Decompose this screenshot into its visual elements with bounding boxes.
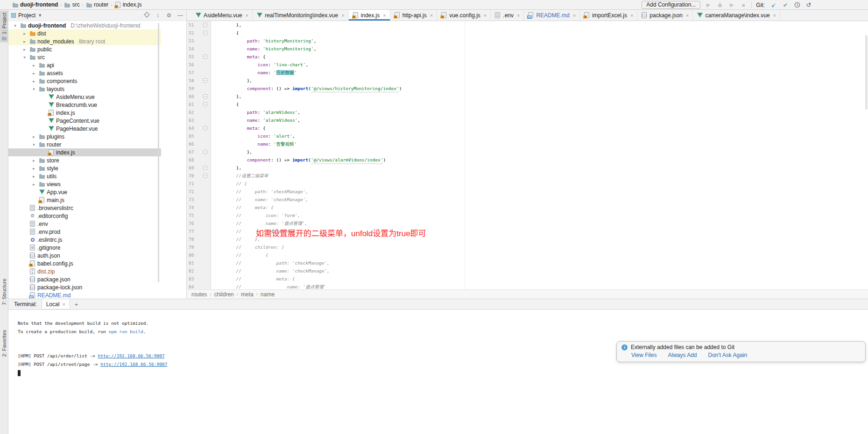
chevron-right-icon[interactable]: ▸ <box>21 39 28 44</box>
chevron-right-icon[interactable]: ▸ <box>21 47 28 52</box>
editor-tab-http-api.js[interactable]: JShttp-api.js× <box>390 10 437 21</box>
chevron-right-icon[interactable]: ▸ <box>21 31 28 36</box>
editor-tab-importexcel.js[interactable]: JSimportExcel.js× <box>580 10 637 21</box>
editor-breadcrumb-item[interactable]: routes <box>191 291 207 298</box>
tree-item-.gitignore[interactable]: ⊘.gitignore <box>8 244 161 252</box>
close-icon[interactable]: × <box>573 13 576 18</box>
editor-breadcrumb-item[interactable]: meta <box>241 291 254 298</box>
terminal-link[interactable]: http://192.168.66.56:9007 <box>100 362 167 367</box>
breadcrumb-item[interactable]: duoji-frontend <box>12 1 58 8</box>
chevron-right-icon[interactable]: ▸ <box>31 174 37 179</box>
tree-item-breadcrumb.vue[interactable]: Breadcrumb.vue <box>8 101 161 109</box>
stripe-tab-project[interactable]: 1: Project <box>0 11 8 42</box>
chevron-right-icon[interactable]: ▸ <box>31 182 37 187</box>
fold-end-icon[interactable] <box>203 23 207 27</box>
editor-tab-cameramanage-index.vue[interactable]: cameraManage\index.vue× <box>693 10 780 21</box>
settings-icon[interactable]: ⚙ <box>166 12 172 19</box>
history-icon[interactable] <box>793 1 801 9</box>
tree-item-.eslintrc.js[interactable]: .eslintrc.js <box>8 236 161 244</box>
notification-action-view-files[interactable]: View Files <box>631 352 656 358</box>
chevron-down-icon[interactable]: ▾ <box>21 55 28 60</box>
tree-item-views[interactable]: ▸views <box>8 180 161 188</box>
add-configuration-button[interactable]: Add Configuration... <box>642 1 700 9</box>
tree-item-package-lock.json[interactable]: {;}package-lock.json <box>8 283 161 291</box>
hide-panel-icon[interactable]: — <box>177 12 183 19</box>
editor-breadcrumb-item[interactable]: children <box>214 291 234 298</box>
tree-item-style[interactable]: ▸style <box>8 164 161 172</box>
chevron-right-icon[interactable]: ▸ <box>31 63 37 68</box>
close-icon[interactable]: × <box>246 13 248 18</box>
tree-item-main.js[interactable]: JSmain.js <box>8 196 161 204</box>
tree-item-layouts[interactable]: ▾layouts <box>8 85 161 93</box>
tree-item-dist[interactable]: ▸dist <box>8 29 161 37</box>
git-update-icon[interactable]: ↙ <box>770 1 777 9</box>
chevron-right-icon[interactable]: ▸ <box>31 71 37 76</box>
close-icon[interactable]: × <box>341 13 344 18</box>
tree-item-src[interactable]: ▾src <box>8 53 161 61</box>
editor-scrollbar[interactable] <box>865 35 868 110</box>
tree-item-asidemenu.vue[interactable]: AsideMenu.vue <box>8 93 161 101</box>
tree-item-.env.prod[interactable]: .env.prod <box>8 228 161 236</box>
code-editor[interactable]: 51 },52 {53 path: 'historyMonitoring',54… <box>187 21 868 289</box>
tree-item-pagecontent.vue[interactable]: PageContent.vue <box>8 117 161 125</box>
fold-end-icon[interactable] <box>203 78 207 83</box>
editor-breadcrumb-item[interactable]: name <box>261 291 275 298</box>
fold-start-icon[interactable] <box>203 126 207 130</box>
project-view-selector[interactable]: Project ▼ <box>11 12 42 19</box>
close-icon[interactable]: × <box>484 13 487 18</box>
chevron-right-icon[interactable]: ▸ <box>31 134 37 139</box>
close-icon[interactable]: × <box>686 13 689 18</box>
tree-item-index.js[interactable]: JSindex.js <box>8 109 161 117</box>
terminal-link[interactable]: http://192.168.66.56:9007 <box>98 353 165 358</box>
tree-item-assets[interactable]: ▸assets <box>8 69 161 77</box>
tree-item-.env[interactable]: .env <box>8 220 161 228</box>
stripe-tab-favorites[interactable]: 2: Favorites <box>0 328 8 358</box>
tree-item-duoji-frontend[interactable]: ▾duoji-frontendD:\zheheWeb\duoji-fronten… <box>8 21 161 29</box>
close-icon[interactable]: × <box>62 301 65 307</box>
notification-action-always-add[interactable]: Always Add <box>668 352 697 358</box>
breadcrumb-item[interactable]: src <box>64 1 80 8</box>
tree-item-auth.json[interactable]: {;}auth.json <box>8 252 161 259</box>
fold-start-icon[interactable] <box>203 31 207 35</box>
chevron-right-icon[interactable]: ▸ <box>31 158 37 163</box>
tree-item-node-modules[interactable]: ▸node_moduleslibrary root <box>8 37 161 45</box>
editor-tab-vue.config.js[interactable]: JSvue.config.js× <box>437 10 491 21</box>
tree-item-.browserslistrc[interactable]: .browserslistrc <box>8 204 161 212</box>
git-commit-icon[interactable]: ✔ <box>782 1 789 9</box>
debug-icon[interactable] <box>716 1 724 9</box>
editor-tab-readme.md[interactable]: MDREADME.md× <box>524 10 580 21</box>
locate-file-icon[interactable] <box>143 12 150 19</box>
chevron-right-icon[interactable]: ▸ <box>31 79 37 84</box>
tree-scrollbar[interactable] <box>158 23 159 282</box>
fold-end-icon[interactable] <box>203 166 207 170</box>
fold-end-icon[interactable] <box>203 94 207 98</box>
chevron-down-icon[interactable]: ▾ <box>31 142 37 147</box>
fold-start-icon[interactable] <box>203 102 207 106</box>
editor-tab-index.js[interactable]: JSindex.js× <box>349 10 390 21</box>
breadcrumb-item[interactable]: router <box>86 1 108 8</box>
close-icon[interactable]: × <box>383 13 386 18</box>
fold-start-icon[interactable] <box>203 174 207 178</box>
fold-end-icon[interactable] <box>203 150 207 154</box>
tree-item-store[interactable]: ▸store <box>8 156 161 164</box>
expand-collapse-icon[interactable]: ↕ <box>155 12 161 19</box>
tree-item-public[interactable]: ▸public <box>8 45 161 53</box>
tree-item-pageheader.vue[interactable]: PageHeader.vue <box>8 125 161 133</box>
terminal-tab-local[interactable]: Local × <box>42 299 70 309</box>
tree-item-plugins[interactable]: ▸plugins <box>8 133 161 140</box>
chevron-down-icon[interactable]: ▾ <box>12 23 18 28</box>
tree-item-api[interactable]: ▸api <box>8 61 161 69</box>
tree-item-dist.zip[interactable]: dist.zip <box>8 267 161 275</box>
close-icon[interactable]: × <box>773 13 776 18</box>
stripe-tab-structure[interactable]: 7: Structure <box>0 277 8 307</box>
stop-icon[interactable]: ■ <box>740 1 747 9</box>
tree-item-router[interactable]: ▾router <box>8 140 161 148</box>
new-terminal-icon[interactable]: + <box>75 301 78 308</box>
tree-item-app.vue[interactable]: App.vue <box>8 188 161 196</box>
notification-action-don-t-ask-again[interactable]: Don't Ask Again <box>708 352 748 358</box>
tree-item-index.js[interactable]: JSindex.js <box>8 148 161 156</box>
breadcrumb-item[interactable]: JSindex.js <box>115 1 142 8</box>
editor-tab-asidemenu.vue[interactable]: AsideMenu.vue× <box>191 10 253 21</box>
tree-item-babel.config.js[interactable]: JSbabel.config.js <box>8 259 161 267</box>
editor-tab-.env[interactable]: .env× <box>491 10 524 21</box>
